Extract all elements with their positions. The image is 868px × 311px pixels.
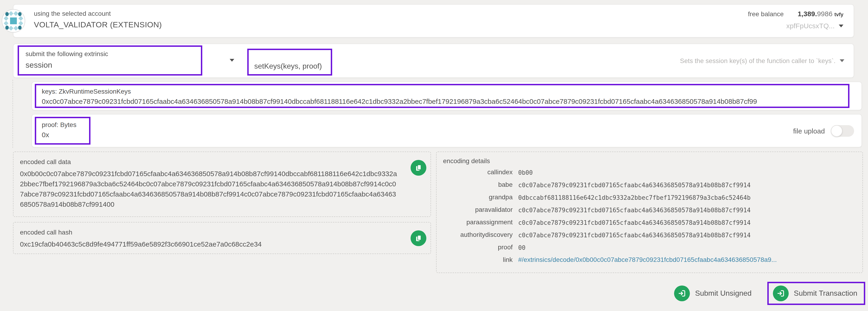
detail-value: c0c07abce7879c09231fcbd07165cfaabc4a6346… xyxy=(518,218,751,227)
sign-in-icon xyxy=(674,285,690,301)
detail-row-link: link #/extrinsics/decode/0x0b00c0c07abce… xyxy=(443,255,856,264)
account-card: using the selected account VOLTA_VALIDAT… xyxy=(13,4,854,38)
detail-row-proof: proof 00 xyxy=(443,243,856,252)
file-upload-toggle[interactable] xyxy=(831,125,854,137)
detail-value: 0dbccabf681188116e642c1dbc9332a2bbec7fbe… xyxy=(518,193,751,202)
detail-value: c0c07abce7879c09231fcbd07165cfaabc4a6346… xyxy=(518,180,751,189)
copy-icon xyxy=(414,164,423,172)
submit-unsigned-label: Submit Unsigned xyxy=(695,289,751,298)
encoded-call-hash-value: 0xc19cfa0b40463c5c8d9fe494771ff59a6e5892… xyxy=(20,239,424,249)
sign-in-icon xyxy=(773,285,789,301)
free-balance-label: free balance xyxy=(748,10,784,18)
extrinsic-section-dropdown[interactable]: submit the following extrinsic session xyxy=(18,45,202,75)
method-description-text: Sets the session key(s) of the function … xyxy=(680,57,836,64)
detail-label: paravalidator xyxy=(443,205,513,214)
proof-arg-card: proof: Bytes 0x file upload xyxy=(32,114,862,147)
account-identicon[interactable] xyxy=(1,9,26,33)
detail-row-callindex: callindex 0b00 xyxy=(443,168,856,177)
encoded-call-hash-label: encoded call hash xyxy=(20,229,424,236)
detail-label: babe xyxy=(443,180,513,189)
encoded-call-data-box: encoded call data 0x0b00c0c07abce7879c09… xyxy=(13,151,431,217)
proof-input[interactable]: proof: Bytes 0x xyxy=(35,117,90,145)
balance-fraction: 9986 xyxy=(817,10,833,18)
args-indent-guide xyxy=(12,80,13,148)
submit-unsigned-button[interactable]: Submit Unsigned xyxy=(670,283,755,304)
account-name: VOLTA_VALIDATOR (EXTENSION) xyxy=(34,21,162,30)
decode-extrinsic-link[interactable]: #/extrinsics/decode/0x0b00c0c07abce7879c… xyxy=(518,255,777,264)
submit-transaction-button[interactable]: Submit Transaction xyxy=(767,282,865,305)
submit-transaction-label: Submit Transaction xyxy=(794,289,857,298)
actions-row: Submit Unsigned Submit Transaction xyxy=(670,282,865,305)
detail-row-paravalidator: paravalidator c0c07abce7879c09231fcbd071… xyxy=(443,205,856,215)
keys-input[interactable]: keys: ZkvRuntimeSessionKeys 0xc0c07abce7… xyxy=(35,84,849,108)
proof-input-label: proof: Bytes xyxy=(42,121,84,128)
toggle-knob xyxy=(831,125,842,137)
selected-account-label: using the selected account xyxy=(34,10,162,17)
encoded-call-data-label: encoded call data xyxy=(20,158,424,166)
file-upload-label: file upload xyxy=(793,127,825,135)
extrinsic-method-dropdown[interactable]: setKeys(keys, proof) xyxy=(247,49,332,75)
keys-input-label: keys: ZkvRuntimeSessionKeys xyxy=(42,88,842,95)
detail-label: link xyxy=(443,255,513,264)
detail-row-grandpa: grandpa 0dbccabf681188116e642c1dbc9332a2… xyxy=(443,193,856,202)
detail-value: 0b00 xyxy=(518,168,533,177)
detail-label: paraassignment xyxy=(443,218,513,227)
detail-value: 00 xyxy=(518,243,525,252)
extrinsic-section-value: session xyxy=(26,61,201,70)
account-address-short: xpfFpUcsxTQ... xyxy=(786,22,835,30)
detail-row-babe: babe c0c07abce7879c09231fcbd07165cfaabc4… xyxy=(443,180,856,189)
chevron-down-icon[interactable] xyxy=(230,59,234,62)
detail-row-authoritydiscovery: authoritydiscovery c0c07abce7879c09231fc… xyxy=(443,230,856,240)
copy-call-hash-button[interactable] xyxy=(410,230,426,246)
extrinsic-method-value: setKeys(keys, proof) xyxy=(254,62,322,70)
encoded-call-hash-box: encoded call hash 0xc19cfa0b40463c5c8d9f… xyxy=(13,222,431,254)
balance-integer: 1,389. xyxy=(798,10,817,18)
method-description-dropdown[interactable]: Sets the session key(s) of the function … xyxy=(680,44,844,77)
detail-label: grandpa xyxy=(443,193,513,202)
copy-icon xyxy=(414,234,423,242)
extrinsic-section-label: submit the following extrinsic xyxy=(26,50,201,58)
keys-arg-card: keys: ZkvRuntimeSessionKeys 0xc0c07abce7… xyxy=(32,81,862,110)
encoding-details-box: encoding details callindex 0b00 babe c0c… xyxy=(436,151,863,273)
extrinsic-selection-card: submit the following extrinsic session s… xyxy=(13,43,854,78)
copy-call-data-button[interactable] xyxy=(410,160,426,176)
detail-value: c0c07abce7879c09231fcbd07165cfaabc4a6346… xyxy=(518,230,751,240)
extrinsics-submission-page: using the selected account VOLTA_VALIDAT… xyxy=(0,0,868,311)
encoded-call-data-value: 0x0b00c0c07abce7879c09231fcbd07165cfaabc… xyxy=(20,169,424,209)
chevron-down-icon xyxy=(839,24,843,27)
proof-input-value: 0x xyxy=(42,131,84,139)
balance-unit: tvfy xyxy=(834,11,843,17)
detail-label: proof xyxy=(443,243,513,252)
encoding-details-title: encoding details xyxy=(443,157,856,165)
detail-row-paraassignment: paraassignment c0c07abce7879c09231fcbd07… xyxy=(443,218,856,227)
free-balance: free balance1,389.9986tvfy xyxy=(748,10,843,18)
keys-input-value: 0xc0c07abce7879c09231fcbd07165cfaabc4a63… xyxy=(42,97,842,105)
detail-label: callindex xyxy=(443,168,513,177)
account-selector[interactable]: xpfFpUcsxTQ... xyxy=(748,22,843,30)
detail-label: authoritydiscovery xyxy=(443,230,513,239)
detail-value: c0c07abce7879c09231fcbd07165cfaabc4a6346… xyxy=(518,205,751,215)
chevron-down-icon xyxy=(840,59,844,62)
